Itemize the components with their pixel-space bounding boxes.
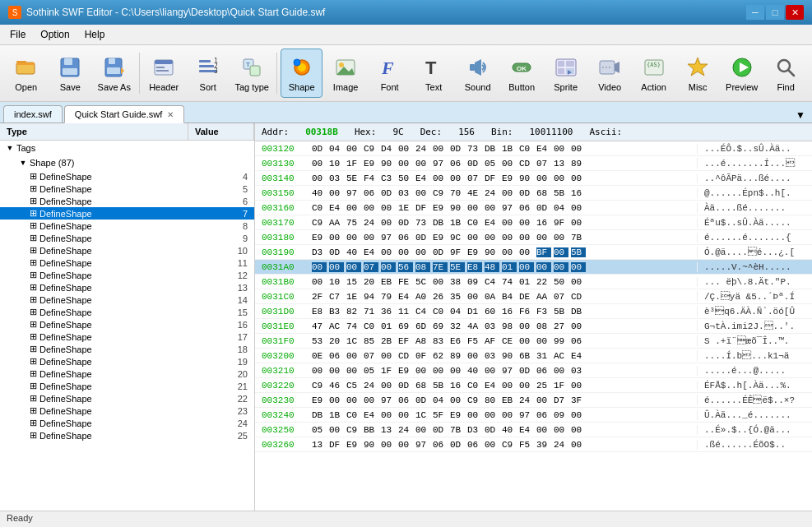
hex-byte[interactable]: EB: [502, 395, 517, 405]
hex-byte[interactable]: E9: [450, 410, 465, 420]
hex-byte[interactable]: 24: [415, 144, 430, 154]
hex-byte[interactable]: C0: [433, 307, 448, 317]
hex-byte[interactable]: 00: [485, 203, 499, 213]
list-item[interactable]: ⊞ DefineShape 15: [0, 306, 254, 318]
hex-byte[interactable]: F5: [519, 440, 534, 450]
hex-byte[interactable]: 00: [450, 173, 465, 183]
hex-byte[interactable]: C0: [312, 203, 327, 213]
hex-byte[interactable]: 82: [346, 307, 361, 317]
hex-byte[interactable]: 97: [381, 395, 396, 405]
hex-byte[interactable]: DF: [485, 173, 499, 183]
hex-byte[interactable]: 70: [450, 188, 465, 198]
hex-byte[interactable]: 00: [312, 159, 327, 169]
hex-byte[interactable]: 00: [485, 233, 499, 243]
hex-byte[interactable]: 00: [450, 366, 465, 376]
hex-byte[interactable]: 68: [536, 188, 551, 198]
hex-byte[interactable]: F4: [364, 173, 378, 183]
hex-byte[interactable]: 00: [571, 173, 586, 183]
hex-byte[interactable]: 06: [398, 395, 413, 405]
hex-byte[interactable]: 01: [381, 321, 396, 331]
hex-byte[interactable]: 00: [519, 381, 534, 391]
hex-byte[interactable]: 16: [571, 188, 586, 198]
hex-byte[interactable]: 0D: [519, 366, 534, 376]
hex-byte[interactable]: 94: [364, 292, 378, 302]
hex-byte[interactable]: 0F: [415, 351, 430, 361]
hex-byte[interactable]: 90: [381, 159, 396, 169]
table-row[interactable]: 0031200D0400C9D40024000D73DB1BC0E40000..…: [255, 141, 812, 156]
hex-byte[interactable]: 75: [346, 218, 361, 228]
hex-byte[interactable]: 00: [519, 321, 534, 331]
hex-byte[interactable]: C0: [467, 218, 482, 228]
header-button[interactable]: Header: [142, 49, 185, 98]
hex-byte[interactable]: 00: [554, 425, 568, 435]
tab-quickstart[interactable]: Quick Start Guide.swf ✕: [64, 105, 184, 123]
hex-byte[interactable]: BF: [536, 247, 551, 257]
hex-byte[interactable]: E9: [312, 395, 327, 405]
list-item[interactable]: ⊞ DefineShape 12: [0, 269, 254, 281]
hex-byte[interactable]: 5E: [346, 173, 361, 183]
hex-byte[interactable]: 3F: [571, 395, 586, 405]
hex-byte[interactable]: 00: [433, 173, 448, 183]
hex-byte[interactable]: 85: [364, 336, 378, 346]
hex-byte[interactable]: 00: [346, 395, 361, 405]
hex-byte[interactable]: 60: [485, 307, 499, 317]
hex-byte[interactable]: 24: [485, 188, 499, 198]
hex-byte[interactable]: 9C: [450, 233, 465, 243]
hex-byte[interactable]: 1B: [502, 144, 517, 154]
hex-byte[interactable]: 0D: [485, 425, 499, 435]
hex-byte[interactable]: 03: [329, 173, 344, 183]
preview-button[interactable]: Preview: [721, 49, 763, 98]
table-row[interactable]: 003240DB1BC0E400001C5FE900000097060900Û.…: [255, 408, 812, 423]
hex-byte[interactable]: 40: [467, 366, 482, 376]
hex-byte[interactable]: 99: [554, 336, 568, 346]
hex-byte[interactable]: C4: [415, 307, 430, 317]
hex-byte[interactable]: 00: [554, 144, 568, 154]
hex-byte[interactable]: 06: [450, 159, 465, 169]
hex-byte[interactable]: 03: [398, 188, 413, 198]
hex-byte[interactable]: 46: [329, 381, 344, 391]
hex-byte[interactable]: 00: [346, 233, 361, 243]
hex-byte[interactable]: E9: [364, 159, 378, 169]
table-row[interactable]: 00326013DFE990000097060D0600C9F5392400.ß…: [255, 437, 812, 452]
hex-byte[interactable]: C9: [346, 425, 361, 435]
hex-byte[interactable]: E9: [502, 173, 517, 183]
hex-byte[interactable]: E4: [485, 381, 499, 391]
hex-byte[interactable]: D3: [467, 425, 482, 435]
hex-byte[interactable]: C9: [364, 144, 378, 154]
hex-byte[interactable]: 05: [485, 159, 499, 169]
action-button[interactable]: {AS} Action: [633, 49, 675, 98]
hex-byte[interactable]: 0A: [485, 292, 499, 302]
hex-byte[interactable]: 4A: [467, 321, 482, 331]
hex-byte[interactable]: 16: [502, 307, 517, 317]
hex-byte[interactable]: 00: [329, 188, 344, 198]
hex-byte[interactable]: 00: [467, 410, 482, 420]
hex-byte[interactable]: 0D: [536, 203, 551, 213]
hex-byte[interactable]: 00: [519, 262, 534, 272]
tab-dropdown[interactable]: ▼: [792, 108, 809, 123]
hex-byte[interactable]: 11: [398, 307, 413, 317]
hex-byte[interactable]: 73: [467, 144, 482, 154]
sort-button[interactable]: 1 2 3 Sort: [187, 49, 230, 98]
table-row[interactable]: 0031E047AC74C001696D69324A039800082700G¬…: [255, 319, 812, 334]
hex-byte[interactable]: 00: [502, 410, 517, 420]
hex-byte[interactable]: E9: [346, 440, 361, 450]
table-row[interactable]: 0031F053201C852BEFA883E6F5AFCE00009906S …: [255, 334, 812, 349]
list-item[interactable]: ⊞ DefineShape 23: [0, 404, 254, 417]
list-item[interactable]: ⊞ DefineShape 20: [0, 368, 254, 380]
table-row[interactable]: 003150400097060D0300C9704E24000D685B16@.…: [255, 186, 812, 201]
list-item[interactable]: ⊞ DefineShape 22: [0, 392, 254, 404]
tree-root-tags[interactable]: ▼ Tags: [0, 141, 254, 155]
button-btn[interactable]: OK Button: [500, 49, 543, 98]
list-item[interactable]: ⊞ DefineShape 17: [0, 331, 254, 343]
hex-byte[interactable]: E8: [467, 262, 482, 272]
hex-byte[interactable]: 00: [415, 188, 430, 198]
table-row[interactable]: 0032000E06000700CD0F62890003906B31ACE4..…: [255, 349, 812, 363]
save-button[interactable]: Save: [49, 49, 92, 98]
hex-byte[interactable]: 2B: [381, 336, 396, 346]
hex-byte[interactable]: 00: [571, 218, 586, 228]
hex-byte[interactable]: 06: [364, 188, 378, 198]
hex-byte[interactable]: 00: [536, 425, 551, 435]
hex-byte[interactable]: 00: [346, 366, 361, 376]
hex-byte[interactable]: 74: [502, 277, 517, 287]
hex-byte[interactable]: C0: [519, 144, 534, 154]
